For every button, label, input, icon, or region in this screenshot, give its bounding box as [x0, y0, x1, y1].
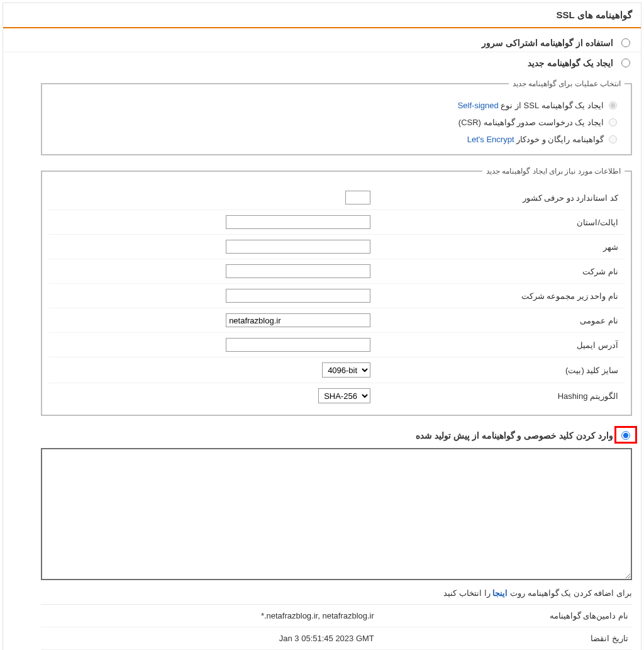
option-create-row: ایجاد یک گواهینامه جدید [3, 52, 641, 68]
lets-encrypt-link[interactable]: Let's Encrypt [467, 135, 514, 144]
action-self-signed-radio[interactable] [609, 101, 617, 109]
root-cert-info: برای اضافه کردن یک گواهینامه روت اینجا ر… [41, 588, 632, 598]
create-action-fieldset: انتخاب عملیات برای گواهینامه جدید ایجاد … [41, 79, 632, 155]
input-org-unit[interactable] [226, 289, 370, 303]
input-common-name[interactable] [226, 313, 370, 327]
cert-meta-table: نام دامین‌های گواهینامه *.netafrazblog.i… [41, 604, 632, 650]
input-province[interactable] [226, 215, 370, 229]
create-action-legend: انتخاب عملیات برای گواهینامه جدید [509, 79, 625, 88]
option-create-label: ایجاد یک گواهینامه جدید [12, 57, 613, 68]
action-self-signed[interactable]: ایجاد یک گواهینامه SSL از نوع Self-signe… [56, 101, 617, 110]
meta-expiry-label: تاریخ انقضا [378, 627, 632, 650]
panel-title: گواهینامه های SSL [3, 3, 641, 28]
option-paste-label: وارد کردن کلید خصوصی و گواهینامه از پیش … [12, 430, 613, 440]
label-common-name: نام عمومی [377, 308, 625, 333]
label-country: کد استاندارد دو حرفی کشور [377, 186, 625, 210]
cert-info-table: کد استاندارد دو حرفی کشور ایالت/استان شه… [48, 186, 625, 408]
highlight-box [614, 426, 637, 444]
input-email[interactable] [226, 338, 370, 352]
ssl-certificates-panel: گواهینامه های SSL استفاده از گواهینامه ا… [3, 3, 641, 650]
ssl-options: استفاده از گواهینامه اشتراکی سرور ایجاد … [3, 28, 641, 650]
label-hashing: الگوریتم Hashing [377, 383, 625, 409]
select-hashing[interactable]: SHA-256 [318, 388, 370, 403]
create-info-legend: اطلاعات مورد نیاز برای ایجاد گواهینامه ج… [482, 167, 625, 176]
meta-domains-value: *.netafrazblog.ir, netafrazblog.ir [41, 605, 378, 627]
label-city: شهر [377, 235, 625, 259]
option-shared-label: استفاده از گواهینامه اشتراکی سرور [12, 37, 613, 48]
action-csr[interactable]: ایجاد یک درخواست صدور گواهینامه (CSR) [56, 118, 617, 127]
option-paste-row: وارد کردن کلید خصوصی و گواهینامه از پیش … [3, 425, 641, 440]
self-signed-link[interactable]: Self-signed [458, 101, 499, 110]
option-shared-radio[interactable] [621, 38, 630, 47]
meta-expiry-value: Jan 3 05:51:45 2023 GMT [41, 627, 378, 650]
action-lets-encrypt[interactable]: گواهینامه رایگان و خودکار Let's Encrypt [56, 135, 617, 144]
input-country[interactable] [345, 191, 370, 205]
paste-cert-textarea[interactable] [41, 448, 632, 580]
meta-domains-label: نام دامین‌های گواهینامه [378, 605, 632, 627]
input-city[interactable] [226, 240, 370, 254]
option-create-radio[interactable] [621, 59, 630, 67]
input-company[interactable] [226, 264, 370, 278]
select-key-size[interactable]: 4096-bit [322, 362, 370, 378]
label-key-size: سایز کلید (بیت) [377, 357, 625, 383]
label-org-unit: نام واحد زیر مجموعه شرکت [377, 284, 625, 308]
create-info-fieldset: اطلاعات مورد نیاز برای ایجاد گواهینامه ج… [41, 167, 632, 416]
root-cert-link[interactable]: اینجا [492, 588, 508, 598]
label-company: نام شرکت [377, 259, 625, 284]
option-shared-row: استفاده از گواهینامه اشتراکی سرور [3, 32, 641, 48]
label-province: ایالت/استان [377, 210, 625, 235]
action-csr-radio[interactable] [609, 118, 617, 126]
action-lets-encrypt-radio[interactable] [609, 135, 617, 143]
label-email: آدرس ایمیل [377, 333, 625, 357]
